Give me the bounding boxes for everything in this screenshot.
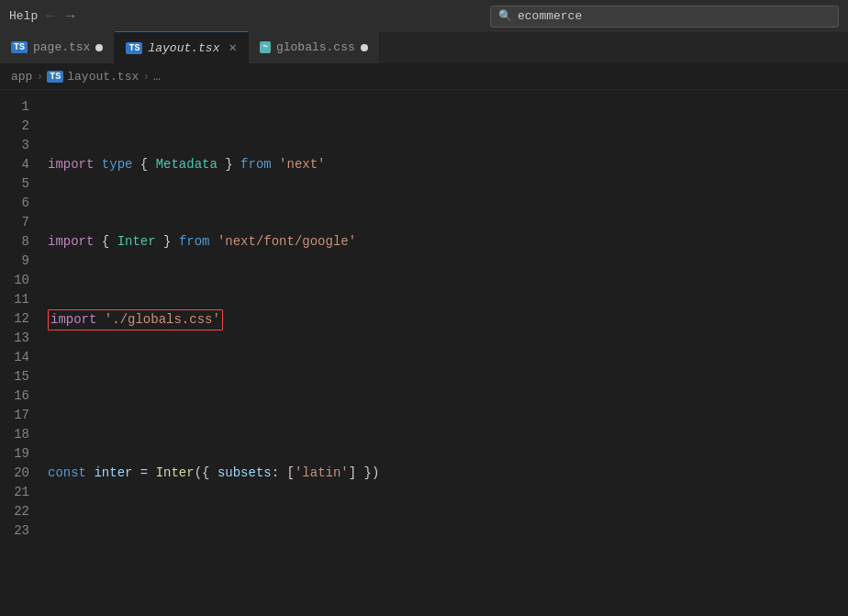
code-line-5: const inter = Inter({ subsets: ['latin']… <box>48 464 848 483</box>
tab-label: page.tsx <box>33 40 90 54</box>
back-arrow[interactable]: ← <box>42 6 59 27</box>
breadcrumb-sep2: › <box>142 70 150 84</box>
search-bar[interactable]: 🔍 ecommerce <box>490 6 839 28</box>
code-content: import type { Metadata } from 'next' imp… <box>44 90 848 616</box>
breadcrumb: app › TS layout.tsx › … <box>0 64 848 90</box>
tab-css-icon: ~ <box>260 41 271 53</box>
help-menu[interactable]: Help <box>9 9 38 23</box>
code-line-1: import type { Metadata } from 'next' <box>48 155 848 174</box>
code-line-3: import './globals.css' <box>48 309 848 329</box>
tab-ts-icon: TS <box>11 41 28 53</box>
code-area: 1 2 3 4 5 6 7 8 9 10 11 12 13 14 15 16 1… <box>0 90 848 616</box>
line-numbers: 1 2 3 4 5 6 7 8 9 10 11 12 13 14 15 16 1… <box>0 90 44 616</box>
tab-label: layout.tsx <box>148 41 219 55</box>
code-line-2: import { Inter } from 'next/font/google' <box>48 232 848 252</box>
nav-arrows: ← → <box>42 6 78 27</box>
close-icon[interactable]: ✕ <box>229 41 236 54</box>
tab-layout-tsx[interactable]: TS layout.tsx ✕ <box>115 31 248 63</box>
modified-indicator <box>361 44 368 51</box>
code-line-4 <box>48 386 848 406</box>
search-text: ecommerce <box>518 9 582 23</box>
modified-indicator <box>95 44 103 51</box>
title-bar: Help ← → 🔍 ecommerce <box>0 0 848 32</box>
tab-ts-icon: TS <box>126 42 142 54</box>
breadcrumb-filename[interactable]: layout.tsx <box>67 70 139 84</box>
breadcrumb-ts-icon: TS <box>47 71 63 83</box>
forward-arrow[interactable]: → <box>62 6 79 27</box>
tab-globals-css[interactable]: ~ globals.css <box>249 31 380 63</box>
breadcrumb-sep1: › <box>36 70 43 84</box>
tab-label: globals.css <box>276 40 355 54</box>
breadcrumb-app[interactable]: app <box>11 70 32 84</box>
breadcrumb-ellipsis[interactable]: … <box>153 70 161 84</box>
title-bar-left: Help ← → <box>9 6 78 27</box>
search-icon: 🔍 <box>498 9 512 23</box>
tabs-bar: TS page.tsx TS layout.tsx ✕ ~ globals.cs… <box>0 32 848 64</box>
tab-page-tsx[interactable]: TS page.tsx <box>0 31 115 63</box>
code-line-6 <box>48 541 848 560</box>
